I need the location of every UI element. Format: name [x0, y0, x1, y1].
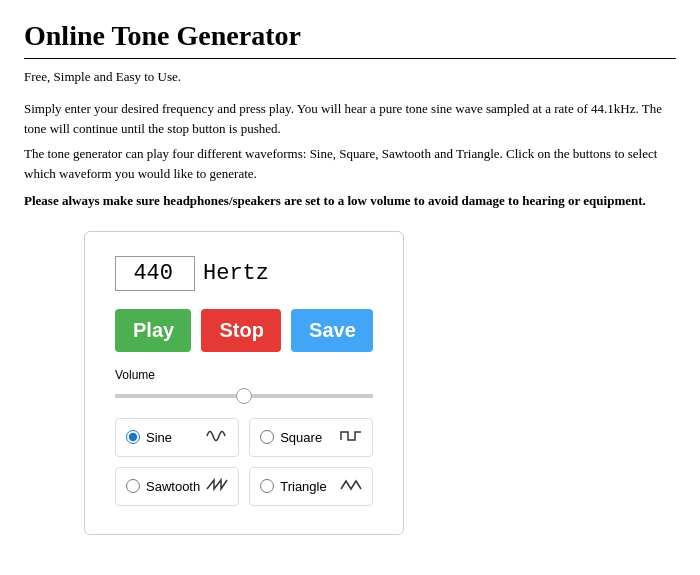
subtitle: Free, Simple and Easy to Use. [24, 69, 676, 85]
sawtooth-icon [206, 476, 228, 497]
sawtooth-label: Sawtooth [146, 479, 200, 494]
square-icon [340, 427, 362, 448]
frequency-input[interactable] [115, 256, 195, 291]
waveform-sawtooth[interactable]: Sawtooth [115, 467, 239, 506]
sine-label: Sine [146, 430, 200, 445]
volume-label: Volume [115, 368, 373, 382]
waveforms-grid: Sine Square Sawtooth [115, 418, 373, 506]
frequency-row: Hertz [115, 256, 373, 291]
waveform-sine[interactable]: Sine [115, 418, 239, 457]
action-buttons: Play Stop Save [115, 309, 373, 352]
sawtooth-radio[interactable] [126, 479, 140, 493]
generator-panel: Hertz Play Stop Save Volume Sine Square [84, 231, 404, 535]
triangle-label: Triangle [280, 479, 334, 494]
sine-radio[interactable] [126, 430, 140, 444]
waveform-square[interactable]: Square [249, 418, 373, 457]
frequency-unit: Hertz [203, 261, 269, 286]
square-label: Square [280, 430, 334, 445]
volume-slider[interactable] [115, 394, 373, 398]
volume-section: Volume [115, 368, 373, 402]
play-button[interactable]: Play [115, 309, 191, 352]
save-button[interactable]: Save [291, 309, 373, 352]
triangle-icon [340, 476, 362, 497]
square-radio[interactable] [260, 430, 274, 444]
description-1: Simply enter your desired frequency and … [24, 99, 676, 138]
page-title: Online Tone Generator [24, 20, 676, 52]
triangle-radio[interactable] [260, 479, 274, 493]
description-2: The tone generator can play four differe… [24, 144, 676, 183]
sine-icon [206, 427, 228, 448]
warning-text: Please always make sure headphones/speak… [24, 191, 676, 211]
waveform-triangle[interactable]: Triangle [249, 467, 373, 506]
stop-button[interactable]: Stop [201, 309, 281, 352]
